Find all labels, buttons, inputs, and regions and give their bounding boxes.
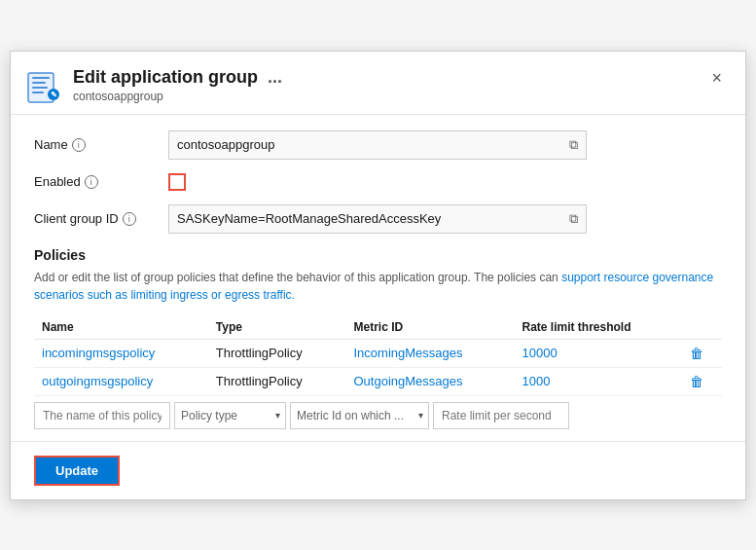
row1-delete[interactable]: 🗑 — [682, 339, 722, 367]
dialog-title-block: Edit application group ... contosoappgro… — [73, 67, 696, 103]
dialog-title-text: Edit application group — [73, 67, 258, 88]
client-group-id-input[interactable] — [177, 211, 569, 226]
new-policy-name-input[interactable] — [34, 402, 170, 429]
col-name: Name — [34, 315, 208, 340]
row2-name: outgoingmsgspolicy — [34, 367, 208, 395]
row2-delete-icon[interactable]: 🗑 — [690, 374, 703, 389]
client-group-id-label: Client group ID i — [34, 211, 161, 226]
row2-metric-id: OutgoingMessages — [346, 367, 515, 395]
metric-id-select-wrapper: Metric Id on which ... IncomingMessages … — [290, 402, 429, 429]
col-type: Type — [208, 315, 346, 340]
enabled-label: Enabled i — [34, 174, 161, 189]
table-header-row: Name Type Metric ID Rate limit threshold — [34, 315, 722, 340]
update-button[interactable]: Update — [34, 456, 120, 486]
dialog-subtitle: contosoappgroup — [73, 90, 696, 103]
dialog-body: Name i ⧉ Enabled i Client group ID i — [11, 115, 745, 429]
col-metric-id: Metric ID — [346, 315, 515, 340]
client-group-id-wrapper: ⧉ — [168, 204, 587, 234]
table-row: incomingmsgspolicy ThrottlingPolicy Inco… — [34, 339, 722, 367]
col-actions — [682, 315, 722, 340]
row1-delete-icon[interactable]: 🗑 — [690, 346, 703, 361]
name-field-wrapper: ⧉ — [168, 130, 587, 160]
client-group-id-copy-icon[interactable]: ⧉ — [569, 211, 578, 227]
enabled-info-icon[interactable]: i — [85, 175, 98, 189]
row2-type: ThrottlingPolicy — [208, 367, 346, 395]
rate-limit-input[interactable] — [433, 402, 569, 429]
client-group-id-row: Client group ID i ⧉ — [34, 204, 722, 234]
checkbox-inner — [172, 177, 182, 187]
row1-rate-limit: 10000 — [514, 339, 682, 367]
dialog-icon: ✎ — [26, 69, 61, 104]
svg-rect-4 — [32, 92, 44, 93]
name-label: Name i — [34, 137, 161, 152]
col-rate-limit: Rate limit threshold — [514, 315, 682, 340]
name-copy-icon[interactable]: ⧉ — [569, 137, 578, 153]
dialog-more-options[interactable]: ... — [268, 67, 282, 88]
client-group-id-info-icon[interactable]: i — [123, 212, 136, 226]
table-row: outgoingmsgspolicy ThrottlingPolicy Outg… — [34, 367, 722, 395]
policies-title: Policies — [34, 247, 722, 263]
dialog-footer: Update — [11, 441, 745, 499]
edit-application-group-dialog: ✎ Edit application group ... contosoappg… — [10, 51, 746, 500]
policy-type-select[interactable]: Policy type ThrottlingPolicy — [174, 402, 286, 429]
row2-delete[interactable]: 🗑 — [682, 367, 722, 395]
name-input[interactable] — [177, 137, 569, 152]
enabled-row: Enabled i — [34, 173, 722, 191]
enabled-checkbox[interactable] — [168, 173, 186, 191]
svg-rect-2 — [32, 82, 46, 84]
row1-type: ThrottlingPolicy — [208, 339, 346, 367]
metric-id-select[interactable]: Metric Id on which ... IncomingMessages … — [290, 402, 429, 429]
row1-name: incomingmsgspolicy — [34, 339, 208, 367]
policies-section: Policies Add or edit the list of group p… — [34, 247, 722, 429]
svg-text:✎: ✎ — [51, 91, 57, 99]
svg-rect-1 — [32, 77, 50, 79]
name-info-icon[interactable]: i — [72, 138, 86, 152]
dialog-header: ✎ Edit application group ... contosoappg… — [11, 52, 745, 115]
policies-link[interactable]: support resource governance scenarios su… — [34, 271, 713, 302]
policies-table: Name Type Metric ID Rate limit threshold… — [34, 315, 722, 396]
close-button[interactable]: × — [707, 67, 726, 89]
row2-rate-limit: 1000 — [514, 367, 682, 395]
svg-rect-3 — [32, 87, 48, 89]
dialog-title: Edit application group ... — [73, 67, 696, 88]
add-policy-row: Policy type ThrottlingPolicy ▾ Metric Id… — [34, 402, 722, 429]
name-row: Name i ⧉ — [34, 130, 722, 160]
policy-type-select-wrapper: Policy type ThrottlingPolicy ▾ — [174, 402, 286, 429]
row1-metric-id: IncomingMessages — [346, 339, 515, 367]
policies-description: Add or edit the list of group policies t… — [34, 269, 722, 304]
